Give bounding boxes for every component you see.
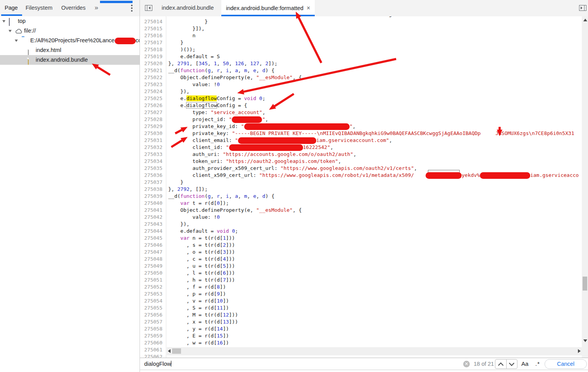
clear-search-icon[interactable]: ✕ xyxy=(463,361,470,367)
code-line[interactable]: 275045 var n = t(r(d[1])) xyxy=(140,235,588,242)
scroll-up-icon[interactable] xyxy=(583,19,587,21)
line-number[interactable]: 275029 xyxy=(140,123,166,130)
line-number[interactable]: 275039 xyxy=(140,193,166,200)
line-number[interactable]: 275024 xyxy=(140,88,166,95)
code-line[interactable]: 275030 private_key: "-----BEGIN PRIVATE … xyxy=(140,130,588,137)
line-number[interactable]: 275032 xyxy=(140,144,166,151)
code-line[interactable]: 275036 client_x509_cert_url: "https://ww… xyxy=(140,172,588,179)
line-number[interactable]: 275040 xyxy=(140,200,166,207)
code-line[interactable]: 275039__d(function(g, r, i, a, m, e, d) … xyxy=(140,193,588,200)
close-icon[interactable]: × xyxy=(307,5,310,11)
line-number[interactable]: 275034 xyxy=(140,158,166,165)
editor-tab-bundle[interactable]: index.android.bundle xyxy=(157,0,219,16)
more-tabs-icon[interactable]: » xyxy=(95,0,98,16)
line-number[interactable]: 275014 xyxy=(140,18,166,25)
vertical-scrollbar-thumb[interactable] xyxy=(583,277,587,291)
line-number[interactable]: 275035 xyxy=(140,165,166,172)
code-line[interactable]: 275026 e.dialogflowConfig = { xyxy=(140,102,588,109)
regex-button[interactable]: .* xyxy=(535,358,540,370)
code-line[interactable]: 275040 var t = r(d[0]); xyxy=(140,200,588,207)
line-number[interactable]: 275053 xyxy=(140,291,166,298)
code-line[interactable]: 275034 token_uri: "https://oauth2.google… xyxy=(140,158,588,165)
line-number[interactable]: 275052 xyxy=(140,284,166,291)
code-line[interactable]: 275042 value: !0 xyxy=(140,214,588,221)
line-number[interactable]: 275060 xyxy=(140,339,166,346)
code-line[interactable]: 275060 , w = r(d[16]) xyxy=(140,339,588,346)
line-number[interactable]: 275058 xyxy=(140,325,166,332)
code-line[interactable]: 275048 , c = t(r(d[4])) xyxy=(140,256,588,263)
tab-overrides[interactable]: Overrides xyxy=(61,0,86,16)
tab-page[interactable]: Page xyxy=(5,0,18,16)
tree-item-index-html[interactable]: index.html xyxy=(0,45,140,55)
code-line[interactable]: 275057 , x = t(r(d[13])) xyxy=(140,318,588,325)
tab-filesystem[interactable]: Filesystem xyxy=(26,0,52,16)
tree-item-top[interactable]: top xyxy=(0,16,140,26)
line-number[interactable]: 275015 xyxy=(140,25,166,32)
line-number[interactable]: 275037 xyxy=(140,179,166,186)
code-line[interactable]: 275033 auth_uri: "https://accounts.googl… xyxy=(140,151,588,158)
tree-item-project-folder[interactable]: E:/All%20Projects/Free%20Lanceco xyxy=(0,36,140,45)
line-number[interactable]: 275057 xyxy=(140,318,166,325)
line-number[interactable]: 275033 xyxy=(140,151,166,158)
code-line[interactable]: 275044 e.default = void 0; xyxy=(140,228,588,235)
code-line[interactable]: 275019 e.default = S xyxy=(140,53,588,60)
code-line[interactable]: 275041 Object.defineProperty(e, "__esMod… xyxy=(140,207,588,214)
code-line[interactable]: 275025 e.dialogflowConfig = void 0; xyxy=(140,95,588,102)
code-line[interactable]: 275052 , f = r(d[8]) xyxy=(140,284,588,291)
code-line[interactable]: 275054 , v = r(d[10]) xyxy=(140,298,588,305)
match-case-button[interactable]: Aa xyxy=(521,358,528,370)
line-number[interactable]: 275062 xyxy=(140,353,166,358)
line-number[interactable]: 275045 xyxy=(140,235,166,242)
line-number[interactable]: 275050 xyxy=(140,270,166,277)
scroll-left-icon[interactable] xyxy=(168,349,171,353)
line-number[interactable]: 275036 xyxy=(140,172,166,179)
scroll-down-icon[interactable] xyxy=(583,339,587,342)
code-line[interactable]: 275053 , p = r(d[9]) xyxy=(140,291,588,298)
next-match-button[interactable] xyxy=(506,360,517,369)
code-line[interactable]: 275055 , S = r(d[11]) xyxy=(140,305,588,311)
toggle-navigator-icon[interactable] xyxy=(145,5,153,11)
kebab-menu-icon[interactable] xyxy=(131,5,133,12)
line-number[interactable]: 275061 xyxy=(140,346,166,353)
chevron-down-icon[interactable] xyxy=(15,40,18,42)
code-line[interactable]: 275022 Object.defineProperty(e, "__esMod… xyxy=(140,74,588,81)
code-line[interactable]: 275017 } xyxy=(140,39,588,46)
code-line[interactable]: 275035 auth_provider_x509_cert_url: "htt… xyxy=(140,165,588,172)
line-number[interactable]: 275028 xyxy=(140,116,166,123)
code-line[interactable]: 275051 , h = t(r(d[7])) xyxy=(140,277,588,284)
line-number[interactable]: 275044 xyxy=(140,228,166,235)
line-number[interactable]: 275041 xyxy=(140,207,166,214)
code-editor[interactable]: ]g() 275014 }275015 }]),275016 n275017 }… xyxy=(140,16,588,358)
line-number[interactable]: 275030 xyxy=(140,130,166,137)
scroll-right-icon[interactable] xyxy=(578,349,581,353)
chevron-down-icon[interactable] xyxy=(2,20,5,22)
line-number[interactable]: 275043 xyxy=(140,221,166,228)
horizontal-scrollbar-thumb[interactable] xyxy=(172,348,181,354)
code-line[interactable]: 275050 , l = t(r(d[6])) xyxy=(140,270,588,277)
line-number[interactable]: 275055 xyxy=(140,305,166,311)
code-line[interactable]: 275031 client_email: "iam.gserviceaccoun… xyxy=(140,137,588,144)
line-number[interactable]: 275017 xyxy=(140,39,166,46)
line-number[interactable]: 275016 xyxy=(140,32,166,39)
line-number[interactable]: 275038 xyxy=(140,186,166,193)
code-line[interactable]: 275038}, 2792, []); xyxy=(140,186,588,193)
code-line[interactable]: 275023 value: !0 xyxy=(140,81,588,88)
line-number[interactable]: 275020 xyxy=(140,60,166,67)
line-number[interactable]: 275049 xyxy=(140,263,166,270)
line-number[interactable]: 275025 xyxy=(140,95,166,102)
line-number[interactable]: 275051 xyxy=(140,277,166,284)
line-number[interactable]: 275027 xyxy=(140,109,166,116)
code-line[interactable]: 275028 project_id: "", xyxy=(140,116,588,123)
tree-item-index-android-bundle[interactable]: index.android.bundle xyxy=(0,55,140,65)
tree-item-file-scheme[interactable]: file:// xyxy=(0,26,140,36)
code-line[interactable]: 275043 }), xyxy=(140,221,588,228)
line-number[interactable]: 275047 xyxy=(140,249,166,256)
code-line[interactable]: 275029 private_key_id: "", xyxy=(140,123,588,130)
code-line[interactable]: 275021__d(function(g, r, i, a, m, e, d) … xyxy=(140,67,588,74)
line-number[interactable]: 275056 xyxy=(140,311,166,318)
line-number[interactable]: 275021 xyxy=(140,67,166,74)
line-number[interactable]: 275048 xyxy=(140,256,166,263)
editor-tab-bundle-formatted[interactable]: index.android.bundle:formatted× xyxy=(221,0,315,16)
code-line[interactable]: 275059 , E = r(d[15]) xyxy=(140,332,588,339)
horizontal-scrollbar[interactable] xyxy=(167,347,582,355)
